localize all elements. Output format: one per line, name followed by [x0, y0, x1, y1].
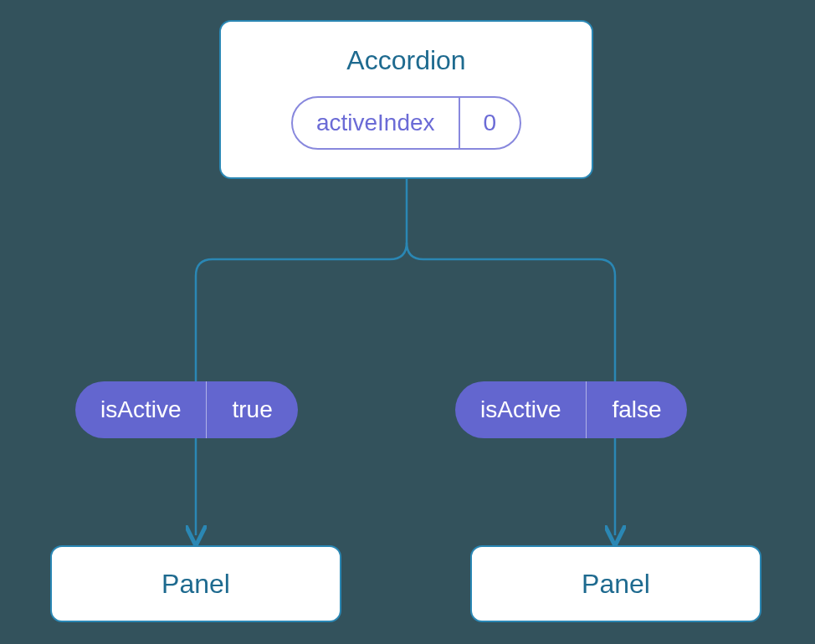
- accordion-component-box: Accordion activeIndex 0: [219, 20, 593, 179]
- panel-title-left: Panel: [161, 569, 230, 600]
- props-value-left: true: [207, 381, 297, 438]
- panel-title-right: Panel: [582, 569, 650, 600]
- accordion-title: Accordion: [346, 45, 465, 76]
- state-pill: activeIndex 0: [291, 96, 521, 150]
- props-key-right: isActive: [455, 381, 587, 438]
- panel-component-box-left: Panel: [50, 545, 341, 622]
- component-tree-diagram: Accordion activeIndex 0 isActive true is…: [0, 0, 815, 644]
- state-value: 0: [460, 98, 520, 148]
- props-pill-right: isActive false: [455, 381, 687, 438]
- props-pill-left: isActive true: [75, 381, 298, 438]
- state-key: activeIndex: [293, 98, 460, 148]
- props-key-left: isActive: [75, 381, 207, 438]
- props-value-right: false: [587, 381, 686, 438]
- panel-component-box-right: Panel: [470, 545, 761, 622]
